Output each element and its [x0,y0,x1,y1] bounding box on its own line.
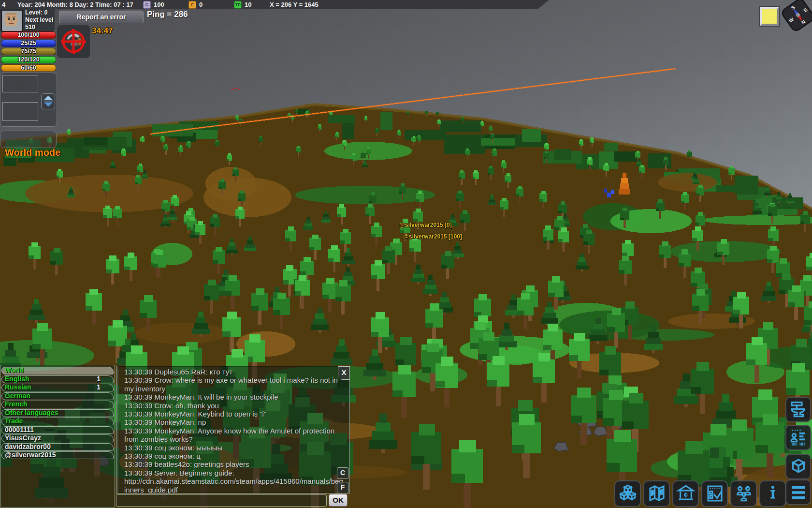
game-datetime: Year: 204 Month: 8 Day: 2 Time: 07 : 17 [17,0,133,9]
chat-filter-button[interactable]: F [337,482,348,493]
chat-message: 13:30:39 MonkeyMan: Keybind to open is "… [124,410,345,418]
ping-label: Ping = 286 [147,10,188,19]
chat-channel-german[interactable]: German [1,392,114,400]
channel-label: French [5,400,28,408]
map-icon [647,483,667,504]
item-slot-1[interactable] [2,75,38,92]
stat-bar: 60/60 [1,64,56,72]
chat-copy-button[interactable]: C [337,467,348,479]
bank-button[interactable]: ¢ [672,480,699,507]
slot-spinner[interactable] [41,93,55,109]
minimap-toggle-button[interactable] [760,7,779,26]
item-slot-2[interactable] [2,102,38,121]
blocks-button[interactable] [614,480,641,507]
equip-slots-panel [0,73,57,127]
resource-travel-points: TP10 [234,0,251,9]
player-panel: Level: 0 Next level 510 [0,9,55,31]
chat-message: 13:30:39 Crow: where is my axe or whatev… [124,376,345,393]
mode-label: World mode [5,147,60,158]
quickbar-panel [0,131,57,148]
tasks-checklist-icon [705,483,725,504]
channel-label: English [5,375,29,383]
channel-label: 00001111 [5,426,34,433]
player-world-label: @silverwar2015 [0] [399,222,451,228]
crafting-button[interactable] [785,397,811,422]
channel-unread-count: 1 [97,376,101,382]
respawn-timer: 34:47 [92,26,113,36]
chat-send-button[interactable]: OK [329,494,348,507]
chat-message: 13:30:39 Crow: oh, thank you [124,402,345,410]
population-stats-icon [788,428,809,448]
chat-message: 13:30:39 соц эконом: ыыыыы [124,444,345,452]
player-coordinates: X = 206 Y = 1645 [270,0,319,9]
level-info: Level: 0 Next level 510 [25,9,53,31]
chat-close-button[interactable]: X [338,366,350,380]
travel-points-icon: TP [234,1,242,9]
food-value: 0 [199,0,203,9]
chat-channel-00001111[interactable]: 00001111 [1,426,114,434]
chat-channel-french[interactable]: French [1,401,114,408]
chat-window[interactable]: 13:30:39 Duplesu65.RaR: кто тут13:30:39 … [116,366,350,493]
player-world-label: @silverwar2015 [100] [403,233,462,240]
spinner-up-icon[interactable] [44,95,53,100]
chat-channel-silverwar2015[interactable]: @silverwar2015 [1,451,114,459]
fps-counter: 4 [2,0,5,9]
population-button[interactable] [785,425,811,450]
report-error-button[interactable]: Report an error [59,11,144,23]
stat-bar: 100/100 [1,31,56,39]
stat-bar: 120/120 [1,56,56,63]
chat-message: 13:30:39 MonkeyMan: np [124,418,345,426]
channel-label: World [5,366,24,374]
stat-bars: 100/10025/2575/75120/12060/60 [1,31,56,73]
avatar[interactable] [1,10,23,32]
crosshair-tool-icon [60,28,87,55]
level-label: Level: 0 [25,9,53,16]
chat-channel-davidzabror00[interactable]: davidzabror00 [1,443,114,451]
info-button[interactable] [759,480,786,507]
menu-bars-icon [788,482,809,503]
bottom-toolbar: ¢ [614,480,786,507]
tasks-button[interactable] [701,480,728,507]
resource-food: F0 [188,0,203,9]
chat-channel-other-languages[interactable]: Other languages [1,409,114,417]
top-status-bar: 4 Year: 204 Month: 8 Day: 2 Time: 07 : 1… [0,0,549,9]
next-level-label: Next level [25,16,53,24]
stat-bar: 25/25 [1,40,56,47]
bank-building-icon: ¢ [676,483,696,504]
channel-label: davidzabror00 [5,443,51,450]
chat-message: 13:30:39 MonkeyMan: It will be in your s… [124,393,345,401]
food-icon: F [188,1,196,9]
chat-channel-russian[interactable]: Russian1 [1,384,114,391]
map-button[interactable] [643,480,670,507]
channel-label: @silverwar2015 [5,451,56,459]
chat-message: 13:30:39 соц эконом: ц [124,452,345,460]
spinner-down-icon[interactable] [44,102,53,107]
chat-channel-world[interactable]: World [1,367,114,374]
channel-label: YisusCrayz [5,434,41,442]
channel-label: Russian [5,383,31,391]
chat-input[interactable] [116,494,327,507]
block-button[interactable] [785,454,811,479]
cent-symbol: ¢ [683,491,687,499]
channel-unread-count: 1 [97,384,101,390]
chat-message: 13:30:39 Duplesu65.RaR: кто тут [124,368,345,376]
chat-channel-yisuscrayz[interactable]: YisusCrayz [1,434,114,442]
travel-points-value: 10 [245,0,251,9]
chat-channel-trade[interactable]: Trade [1,418,114,425]
avatar-face-icon [2,11,20,29]
target-crosshair-button[interactable] [57,25,90,58]
cube-icon [788,457,809,477]
chat-message: 13:30:39 beatles42o: greetings players [124,460,345,468]
gold-value: 100 [154,0,164,9]
chat-channel-english[interactable]: English1 [1,375,114,383]
gold-icon: G [143,1,151,9]
stat-bar: 75/75 [1,48,56,55]
channel-label: German [5,392,30,400]
players-button[interactable] [730,480,757,507]
menu-button[interactable] [785,479,811,505]
chat-channels-panel: WorldEnglish1Russian1GermanFrenchOther l… [0,365,115,508]
blocks-cubes-icon [618,483,638,504]
players-group-icon [734,483,754,504]
chat-message: 13:30:39 MonkeyMan: Anyone know how the … [124,427,345,444]
chat-message: 13:30:39 Server: Beginners guide: http:/… [124,469,345,493]
